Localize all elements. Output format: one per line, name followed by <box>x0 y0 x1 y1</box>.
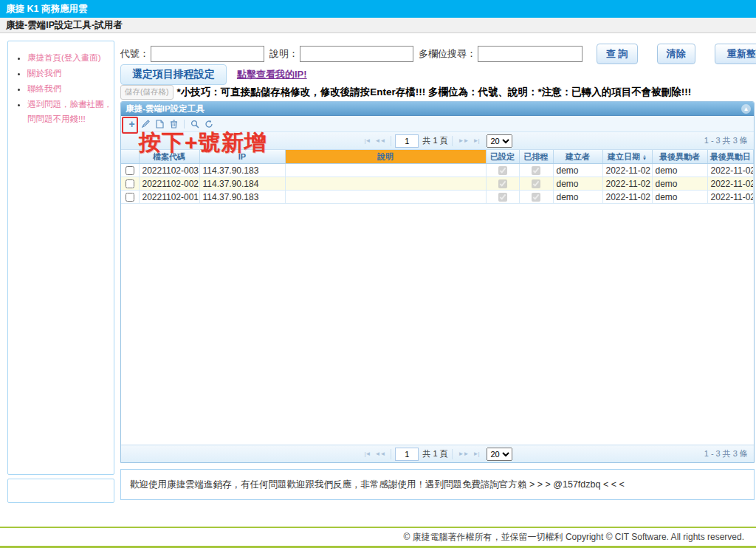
cell-ip[interactable]: 114.37.90.184 <box>199 177 285 191</box>
col-header-desc[interactable]: 說明 <box>285 150 486 164</box>
page-number-input[interactable] <box>395 448 419 461</box>
col-header-set[interactable]: 已設定 <box>486 150 519 164</box>
sidebar-secondary-box <box>7 479 114 503</box>
last-page-icon[interactable]: ►| <box>472 137 478 144</box>
row-select-checkbox[interactable] <box>126 179 134 188</box>
page-size-select[interactable]: 20 <box>487 134 512 148</box>
cell-creator[interactable]: demo <box>553 164 602 177</box>
cell-desc[interactable] <box>285 191 486 204</box>
cell-file-code[interactable]: 20221102-003 <box>139 164 199 177</box>
pager-divider <box>452 136 453 146</box>
view-my-ip-link[interactable]: 點擊查看我的IP! <box>237 68 307 81</box>
sidebar: 康捷首頁(登入畫面) 關於我們 聯絡我們 遇到問題，臉書社團，問問題不用錢!!! <box>7 41 114 475</box>
grid-panel-title: 康捷-雲端IP設定工具 <box>126 103 205 114</box>
app-window: 康捷 K1 商務應用雲 康捷-雲端IP設定工具-試用者 康捷首頁(登入畫面) 關… <box>0 0 756 548</box>
pager-bottom-controls: |◄ ◄◄ 共 1 頁 ►► ►| 20 <box>362 448 513 461</box>
first-page-icon[interactable]: |◄ <box>365 137 371 144</box>
cell-ip[interactable]: 114.37.90.183 <box>199 164 285 177</box>
last-page-icon[interactable]: ►| <box>472 451 478 457</box>
cell-ip[interactable]: 114.37.90.183 <box>199 191 285 204</box>
prev-page-icon[interactable]: ◄◄ <box>375 137 385 144</box>
app-title-bar: 康捷 K1 商務應用雲 <box>0 0 756 18</box>
page-subtitle-bar: 康捷-雲端IP設定工具-試用者 <box>0 18 756 33</box>
cell-last-modifier[interactable]: demo <box>652 164 707 177</box>
tip-text: *小技巧：可直接點儲存格修改，修改後請按Enter存檔!!! 多欄位為：代號、說… <box>177 86 692 99</box>
cell-last-modifier[interactable]: demo <box>652 177 707 191</box>
cell-last-modified[interactable]: 2022-11-02 <box>707 191 754 204</box>
action-row: 選定項目排程設定 點擊查看我的IP! <box>120 66 307 85</box>
cell-file-code[interactable]: 20221102-001 <box>139 191 199 204</box>
collapse-panel-icon[interactable]: ▲ <box>741 104 751 114</box>
desc-input[interactable] <box>300 46 413 62</box>
grid-table-area: 檔案代碼 IP 說明 已設定 已排程 建立者 建立日期▲▼ 最後異動者 最後異動… <box>121 150 754 445</box>
row-select-checkbox[interactable] <box>126 166 134 175</box>
row-select-checkbox[interactable] <box>126 193 134 202</box>
sort-icon[interactable]: ▲▼ <box>642 154 647 160</box>
save-cell-button[interactable]: 儲存(儲存格) <box>120 85 173 100</box>
query-button[interactable]: 查 詢 <box>597 44 638 64</box>
next-page-icon[interactable]: ►► <box>458 451 469 457</box>
prev-page-icon[interactable]: ◄◄ <box>375 451 385 457</box>
cell-created-date[interactable]: 2022-11-02 <box>602 164 652 177</box>
code-label: 代號： <box>120 47 149 61</box>
add-button-highlight-box <box>122 117 138 134</box>
set-checkbox <box>498 193 507 202</box>
sidebar-item-facebook[interactable]: 遇到問題，臉書社團，問問題不用錢!!! <box>27 97 114 126</box>
set-checkbox <box>498 166 507 175</box>
clear-button[interactable]: 清除 <box>657 44 695 64</box>
table-row[interactable]: 20221102-003 114.37.90.183 demo 2022-11-… <box>121 164 754 177</box>
sidebar-link-contact[interactable]: 聯絡我們 <box>27 84 61 93</box>
sidebar-item-home[interactable]: 康捷首頁(登入畫面) <box>27 50 114 65</box>
cell-desc[interactable] <box>285 177 486 191</box>
table-row[interactable]: 20221102-001 114.37.90.183 demo 2022-11-… <box>121 191 754 204</box>
refresh-button[interactable]: 重新整理 <box>715 44 756 64</box>
pager-divider <box>391 136 391 146</box>
pager-divider <box>391 449 391 459</box>
multi-search-input[interactable] <box>478 46 583 62</box>
grid-panel-header: 康捷-雲端IP設定工具 ▲ <box>121 102 754 116</box>
scheduled-checkbox <box>532 179 540 188</box>
copyright-footer: © 康捷電腦著作權所有，並保留一切權利 Copyright © CIT Soft… <box>0 527 756 548</box>
toolbar-divider <box>184 120 185 129</box>
page-number-input[interactable] <box>395 134 419 148</box>
page-size-select[interactable]: 20 <box>487 448 512 461</box>
sidebar-link-home[interactable]: 康捷首頁(登入畫面) <box>27 53 101 62</box>
desc-label: 說明： <box>269 47 298 61</box>
sidebar-link-about[interactable]: 關於我們 <box>27 69 61 78</box>
pager-bottom: |◄ ◄◄ 共 1 頁 ►► ►| 20 1 - 3 共 3 條 <box>121 445 754 462</box>
cell-last-modified[interactable]: 2022-11-02 <box>707 177 754 191</box>
copyright-text: © 康捷電腦著作權所有，並保留一切權利 Copyright © CIT Soft… <box>403 531 744 544</box>
cell-created-date[interactable]: 2022-11-02 <box>602 191 652 204</box>
code-input[interactable] <box>151 46 264 62</box>
page-count-label: 共 1 頁 <box>422 135 447 146</box>
set-checkbox <box>498 179 507 188</box>
cell-desc[interactable] <box>285 164 486 177</box>
first-page-icon[interactable]: |◄ <box>365 451 371 457</box>
add-annotation-text: 按下+號新增 <box>139 128 267 158</box>
col-header-creator[interactable]: 建立者 <box>553 150 602 164</box>
cell-creator[interactable]: demo <box>553 177 602 191</box>
table-row[interactable]: 20221102-002 114.37.90.184 demo 2022-11-… <box>121 177 754 191</box>
sidebar-link-facebook[interactable]: 遇到問題，臉書社團，問問題不用錢!!! <box>27 100 112 123</box>
scheduled-checkbox <box>532 193 540 202</box>
sidebar-item-about[interactable]: 關於我們 <box>27 66 114 81</box>
record-range-label: 1 - 3 共 3 條 <box>704 135 748 146</box>
welcome-message-box: 歡迎使用康捷雲端進銷存，有任何問題歡迎跟我們反應，非常感謝使用！遇到問題免費諮詢… <box>120 469 755 500</box>
scheduled-checkbox <box>532 166 540 175</box>
record-range-label: 1 - 3 共 3 條 <box>704 448 748 459</box>
schedule-selected-button[interactable]: 選定項目排程設定 <box>120 64 227 85</box>
col-header-last-modified[interactable]: 最後異動日 <box>707 150 754 164</box>
welcome-message: 歡迎使用康捷雲端進銷存，有任何問題歡迎跟我們反應，非常感謝使用！遇到問題免費諮詢… <box>130 479 625 491</box>
next-page-icon[interactable]: ►► <box>458 137 469 144</box>
cell-created-date[interactable]: 2022-11-02 <box>602 177 652 191</box>
page-subtitle: 康捷-雲端IP設定工具-試用者 <box>6 20 123 30</box>
cell-last-modifier[interactable]: demo <box>652 191 707 204</box>
multi-search-label: 多欄位搜尋： <box>419 47 476 61</box>
col-header-created-date[interactable]: 建立日期▲▼ <box>602 150 652 164</box>
col-header-scheduled[interactable]: 已排程 <box>519 150 553 164</box>
col-header-last-modifier[interactable]: 最後異動者 <box>652 150 707 164</box>
cell-file-code[interactable]: 20221102-002 <box>139 177 199 191</box>
cell-creator[interactable]: demo <box>553 191 602 204</box>
sidebar-item-contact[interactable]: 聯絡我們 <box>27 81 114 96</box>
cell-last-modified[interactable]: 2022-11-02 <box>707 164 754 177</box>
